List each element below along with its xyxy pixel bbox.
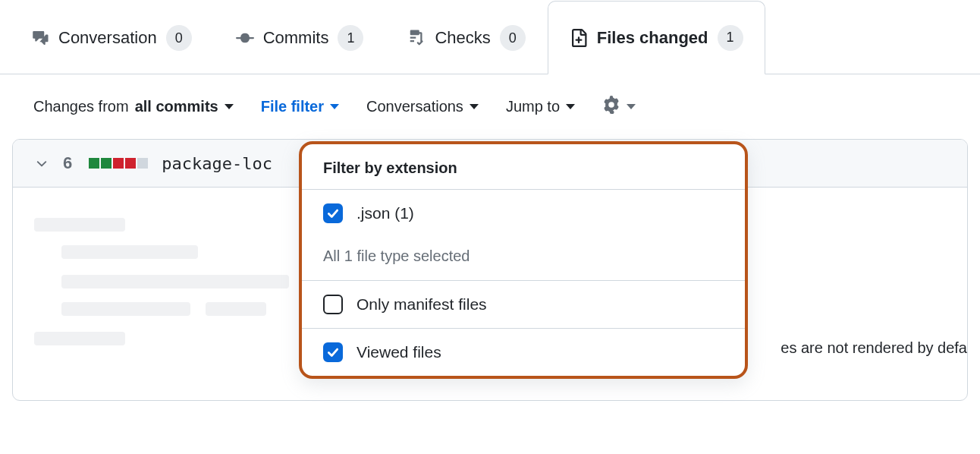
skeleton-line [61,245,198,259]
caret-down-icon [225,104,234,109]
tab-counter: 0 [500,25,526,51]
filter-summary: All 1 file type selected [302,237,745,280]
changes-from-dropdown[interactable]: Changes from all commits [33,98,234,115]
tab-counter: 0 [166,25,192,51]
filename[interactable]: package-loc [162,154,272,173]
diff-del-block [113,158,124,169]
checkbox-unchecked-icon[interactable] [323,295,343,314]
diffstat-blocks [89,158,148,169]
jump-to-label: Jump to [506,98,560,115]
caret-down-icon [566,104,575,109]
checkbox-checked-icon[interactable] [323,203,343,223]
checkbox-checked-icon[interactable] [323,342,343,362]
diffstat-count: 6 [63,153,72,173]
filter-only-manifest-label: Only manifest files [357,295,487,314]
filter-viewed-files[interactable]: Viewed files [302,328,745,376]
pr-tabs: Conversation 0 Commits 1 Checks 0 Files … [0,0,980,74]
file-filter-dropdown[interactable]: File filter [261,98,339,115]
file-filter-label: File filter [261,98,324,115]
filter-extension-json[interactable]: .json (1) [302,190,745,237]
caret-down-icon [330,104,339,109]
tab-label: Files changed [597,28,708,48]
filter-viewed-files-label: Viewed files [357,343,441,361]
tab-conversation[interactable]: Conversation 0 [9,1,214,74]
diff-del-block [125,158,136,169]
skeleton-line [61,275,289,288]
chevron-down-icon[interactable] [34,156,49,171]
skeleton-line [206,302,266,316]
diff-add-block [101,158,112,169]
filter-by-extension-title: Filter by extension [302,144,745,190]
tab-commits[interactable]: Commits 1 [214,1,386,74]
tab-checks[interactable]: Checks 0 [385,1,547,74]
diff-neutral-block [137,158,148,169]
filter-extension-label: .json (1) [357,204,414,222]
changes-from-value: all commits [135,98,218,115]
git-commit-icon [236,29,254,47]
tab-label: Conversation [58,28,157,48]
file-diff-icon [570,29,588,47]
tab-label: Commits [263,28,329,48]
jump-to-dropdown[interactable]: Jump to [506,98,575,115]
skeleton-line [34,332,125,345]
conversations-dropdown[interactable]: Conversations [366,98,479,115]
diff-add-block [89,158,99,169]
tab-counter: 1 [338,25,363,51]
caret-down-icon [627,104,636,109]
tab-files-changed[interactable]: Files changed 1 [548,1,765,74]
gear-icon [602,96,620,118]
not-rendered-message: es are not rendered by defa [781,339,967,357]
caret-down-icon [470,104,479,109]
diff-settings-dropdown[interactable] [602,96,636,118]
conversations-label: Conversations [366,98,463,115]
checklist-icon [407,29,426,47]
tab-counter: 1 [718,25,743,51]
tab-label: Checks [435,28,490,48]
file-filter-menu: Filter by extension .json (1) All 1 file… [299,141,748,379]
filter-only-manifest[interactable]: Only manifest files [302,280,745,328]
diff-toolbar: Changes from all commits File filter Con… [0,74,980,139]
skeleton-line [61,302,190,316]
changes-from-prefix: Changes from [33,98,129,115]
skeleton-line [34,218,125,232]
comment-discussion-icon [31,29,49,47]
